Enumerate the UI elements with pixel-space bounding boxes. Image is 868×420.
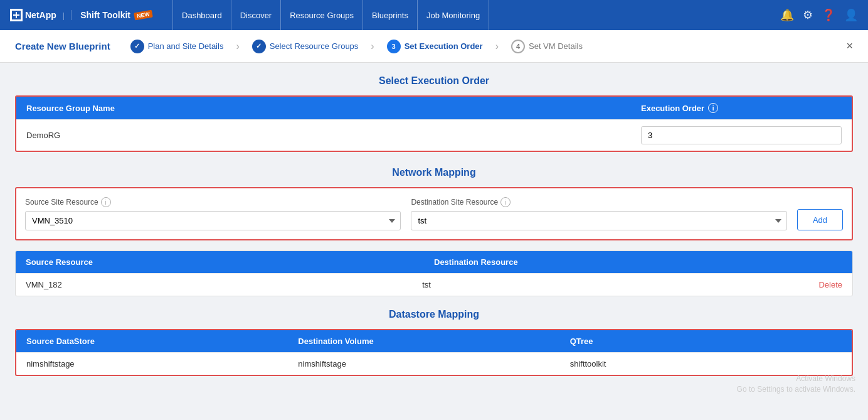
- network-table-row: VMN_182 tst Delete: [16, 273, 852, 296]
- network-mapping-form: Source Site Resource i VMN_3510 Destinat…: [15, 187, 853, 240]
- nav-job-monitoring[interactable]: Job Monitoring: [418, 0, 489, 30]
- step-1-label: Plan and Site Details: [148, 41, 224, 51]
- step-arrow-2: ›: [371, 41, 374, 52]
- step-arrow-1: ›: [236, 41, 239, 52]
- step-2-label: Select Resource Groups: [270, 41, 359, 51]
- exec-rg-name: DemoRG: [26, 131, 641, 140]
- wizard-steps: ✓ Plan and Site Details › ✓ Select Resou…: [130, 40, 847, 53]
- net-delete-button[interactable]: Delete: [818, 280, 842, 289]
- ds-col1-header: Source DataStore: [26, 337, 298, 346]
- ds-table-row: nimshiftstage nimshiftstage shifttoolkit: [16, 352, 852, 375]
- svg-rect-2: [16, 12, 17, 18]
- main-content: Select Execution Order Resource Group Na…: [0, 63, 868, 420]
- step-arrow-3: ›: [495, 41, 499, 52]
- dest-info-icon[interactable]: i: [500, 197, 511, 207]
- top-navigation: NetApp | Shift Toolkit NEW Dashboard Dis…: [0, 0, 868, 30]
- step-3[interactable]: 3 Set Execution Order: [387, 40, 483, 53]
- win-activate-line2: Go to Settings to activate Windows.: [737, 384, 855, 395]
- nav-links: Dashboard Discover Resource Groups Bluep…: [172, 0, 489, 30]
- page-title: Create New Blueprint: [15, 41, 110, 51]
- user-icon[interactable]: 👤: [844, 8, 858, 22]
- ds-col2-header: Destination Volume: [298, 337, 569, 346]
- nav-resource-groups[interactable]: Resource Groups: [281, 0, 363, 30]
- step-2[interactable]: ✓ Select Resource Groups: [252, 40, 359, 53]
- add-mapping-button[interactable]: Add: [797, 209, 843, 230]
- shift-toolkit-label: Shift Toolkit: [80, 10, 130, 20]
- source-site-field: Source Site Resource i VMN_3510: [25, 197, 401, 230]
- gear-icon[interactable]: ⚙: [803, 8, 813, 22]
- step-4[interactable]: 4 Set VM Details: [511, 40, 583, 53]
- net-col1-header: Source Resource: [26, 257, 434, 267]
- datastore-table: Source DataStore Destination Volume QTre…: [15, 329, 853, 376]
- bell-icon[interactable]: 🔔: [780, 8, 794, 22]
- sub-header: Create New Blueprint ✓ Plan and Site Det…: [0, 30, 868, 63]
- ds-source-value: nimshiftstage: [26, 359, 298, 369]
- execution-order-title: Select Execution Order: [15, 75, 853, 87]
- step-3-circle: 3: [387, 40, 401, 53]
- network-table-header: Source Resource Destination Resource: [16, 251, 852, 273]
- nav-discover[interactable]: Discover: [231, 0, 282, 30]
- net-source-value: VMN_182: [26, 280, 422, 289]
- source-info-icon[interactable]: i: [101, 197, 111, 207]
- exec-col1-header: Resource Group Name: [26, 104, 641, 113]
- windows-activation: Activate Windows Go to Settings to activ…: [737, 374, 855, 395]
- network-mapping-title: Network Mapping: [15, 167, 853, 178]
- ds-table-header: Source DataStore Destination Volume QTre…: [16, 330, 852, 352]
- new-badge: NEW: [134, 10, 153, 21]
- datastore-title: Datastore Mapping: [15, 309, 853, 320]
- destination-site-field: Destination Site Resource i tst: [411, 197, 786, 230]
- netapp-logo-icon: [10, 9, 23, 21]
- execution-order-table: Resource Group Name Execution Order i De…: [15, 95, 853, 152]
- step-4-label: Set VM Details: [529, 41, 583, 51]
- destination-site-select[interactable]: tst: [411, 211, 786, 230]
- close-button[interactable]: ×: [846, 40, 853, 53]
- brand-area: NetApp | Shift Toolkit NEW: [10, 9, 152, 21]
- ds-qtree-value: shifttoolkit: [570, 359, 842, 369]
- help-icon[interactable]: ❓: [822, 8, 835, 22]
- step-3-label: Set Execution Order: [405, 41, 483, 51]
- step-1-circle: ✓: [130, 40, 144, 53]
- shift-toolkit-badge: Shift Toolkit NEW: [71, 10, 152, 20]
- source-site-label: Source Site Resource i: [25, 197, 401, 207]
- exec-table-header: Resource Group Name Execution Order i: [16, 97, 852, 119]
- exec-info-icon[interactable]: i: [708, 103, 718, 113]
- nav-dashboard[interactable]: Dashboard: [172, 0, 231, 30]
- win-activate-line1: Activate Windows: [737, 374, 855, 384]
- exec-order-field: [641, 126, 842, 144]
- ds-dest-value: nimshiftstage: [298, 359, 569, 369]
- ds-col3-header: QTree: [570, 337, 842, 346]
- step-2-circle: ✓: [252, 40, 266, 53]
- network-mapping-row: Source Site Resource i VMN_3510 Destinat…: [25, 197, 843, 230]
- step-1[interactable]: ✓ Plan and Site Details: [130, 40, 224, 53]
- exec-order-input[interactable]: [641, 126, 842, 144]
- destination-site-label: Destination Site Resource i: [411, 197, 786, 207]
- net-dest-value: tst: [422, 280, 818, 289]
- nav-divider-1: |: [63, 11, 65, 20]
- netapp-logo: NetApp: [10, 9, 56, 21]
- network-table: Source Resource Destination Resource VMN…: [15, 250, 853, 296]
- nav-icons: 🔔 ⚙ ❓ 👤: [780, 8, 858, 22]
- step-4-circle: 4: [511, 40, 525, 53]
- net-col2-header: Destination Resource: [434, 257, 842, 267]
- nav-blueprints[interactable]: Blueprints: [363, 0, 418, 30]
- exec-col2-header: Execution Order i: [641, 103, 842, 113]
- netapp-label: NetApp: [25, 10, 56, 20]
- source-site-select[interactable]: VMN_3510: [25, 211, 401, 230]
- exec-table-row: DemoRG: [16, 119, 852, 151]
